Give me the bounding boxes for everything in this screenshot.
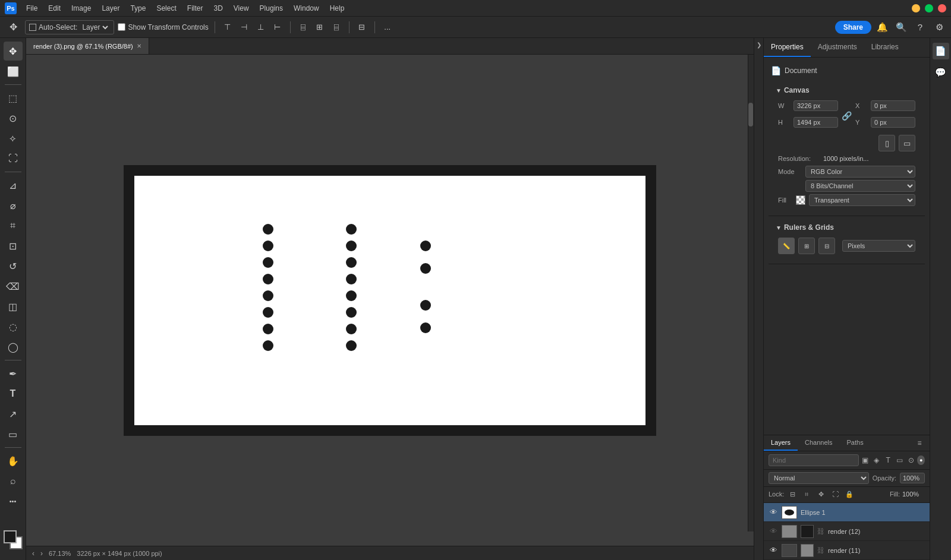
hand-tool[interactable]: ✋ [4,451,23,470]
close-tab-button[interactable]: ✕ [137,43,141,49]
ruler-button[interactable]: 📏 [778,238,795,254]
layers-search-input[interactable] [769,454,859,466]
crop-tool[interactable]: ⛶ [4,149,23,168]
filter-adjustment-button[interactable]: ◈ [871,454,881,467]
tab-channels[interactable]: Channels [798,435,839,451]
notifications-icon[interactable]: 🔔 [875,20,889,34]
canvas-scroll[interactable] [26,55,754,546]
blur-tool[interactable]: ◌ [4,317,23,336]
clone-stamp-tool[interactable]: ⊡ [4,236,23,255]
tab-properties[interactable]: Properties [764,38,811,57]
search-icon[interactable]: 🔍 [894,20,908,34]
layers-menu-button[interactable]: ≡ [913,436,926,450]
brush-tool[interactable]: ⌗ [4,216,23,235]
render12-visibility-icon[interactable]: 👁 [769,527,778,536]
fill-swatch[interactable] [796,195,805,205]
height-input[interactable] [793,117,838,128]
menu-edit[interactable]: Edit [43,3,65,14]
layer-item-render12[interactable]: 👁 ⛓ render (12) [764,522,930,541]
eraser-tool[interactable]: ⌫ [4,277,23,296]
rulers-grids-header[interactable]: ▼ Rulers & Grids [773,220,920,235]
x-input[interactable] [871,100,915,111]
menu-file[interactable]: File [21,3,42,14]
menu-view[interactable]: View [229,3,254,14]
minimize-button[interactable] [912,4,920,12]
scroll-thumb[interactable] [748,103,753,126]
quick-selection-tool[interactable]: ⟡ [4,129,23,148]
bits-select[interactable]: 8 Bits/Channel [805,180,915,192]
history-brush-tool[interactable]: ↺ [4,257,23,276]
link-wh-icon[interactable]: 🔗 [842,107,852,125]
lock-position-button[interactable]: ✥ [815,488,827,500]
move-tool[interactable]: ✥ [4,42,23,61]
menu-select[interactable]: Select [152,3,181,14]
opacity-input[interactable] [900,473,925,483]
healing-brush-tool[interactable]: ⌀ [4,196,23,215]
gradient-tool[interactable]: ◫ [4,297,23,316]
chat-icon[interactable]: 💬 [933,64,949,81]
help-icon[interactable]: ? [913,20,927,34]
filter-type-button[interactable]: T [883,454,893,467]
auto-select-checkbox[interactable] [29,24,36,31]
close-button[interactable] [938,4,946,12]
menu-image[interactable]: Image [67,3,96,14]
transform-controls-checkbox[interactable] [118,23,125,31]
nav-next[interactable]: › [40,549,43,558]
mode-select[interactable]: RGB Color [805,166,915,178]
nav-prev[interactable]: ‹ [32,549,34,558]
panel-collapse-button[interactable]: ❯ [754,38,763,560]
eyedropper-tool[interactable]: ⊿ [4,176,23,195]
zoom-tool[interactable]: ⌕ [4,472,23,491]
align-bottom-button[interactable]: ⊥ [254,21,267,34]
ellipse1-visibility-icon[interactable]: 👁 [769,508,778,517]
layer-mode-select[interactable]: Normal [769,472,869,484]
marquee-tool[interactable]: ⬚ [4,88,23,107]
filter-toggle-button[interactable]: ● [917,455,925,465]
menu-layer[interactable]: Layer [97,3,124,14]
more-options-button[interactable]: ... [381,21,394,34]
share-button[interactable]: Share [835,21,871,34]
layer-item-render11[interactable]: 👁 ⛓ render (11) [764,541,930,560]
render11-visibility-icon[interactable]: 👁 [769,546,778,555]
align-vcenter-button[interactable]: ⊣ [238,21,251,34]
menu-3d[interactable]: 3D [209,3,227,14]
dodge-tool[interactable]: ◯ [4,337,23,356]
menu-type[interactable]: Type [125,3,150,14]
fill-input[interactable] [902,491,925,498]
filter-pixel-button[interactable]: ▣ [860,454,870,467]
distribute-left-button[interactable]: ⌸ [297,21,310,34]
align-top-button[interactable]: ⊤ [221,21,234,34]
filter-smart-button[interactable]: ⊙ [906,454,916,467]
y-input[interactable] [871,117,915,128]
layer-select[interactable]: Layer [80,23,110,32]
pen-tool[interactable]: ✒ [4,364,23,383]
tab-libraries[interactable]: Libraries [864,38,906,57]
foreground-color[interactable] [4,530,17,543]
portrait-button[interactable]: ▯ [878,135,895,151]
artboard-tool[interactable]: ⬜ [4,62,23,81]
settings-icon[interactable]: ⚙ [932,20,946,34]
lock-artboard-button[interactable]: ⛶ [829,488,841,500]
more-tools[interactable]: ••• [4,492,23,511]
path-selection-tool[interactable]: ↗ [4,404,23,423]
filter-shape-button[interactable]: ▭ [895,454,905,467]
lock-pixels-button[interactable]: ⌗ [801,488,813,500]
snap-button[interactable]: ⊟ [818,238,835,254]
maximize-button[interactable] [925,4,933,12]
fill-select[interactable]: Transparent [809,194,915,206]
menu-help[interactable]: Help [325,3,349,14]
move-tool-button[interactable]: ✥ [5,19,21,36]
distribute-center-button[interactable]: ⊞ [313,21,326,34]
lasso-tool[interactable]: ⊙ [4,109,23,128]
lock-all-button[interactable]: 🔒 [843,488,855,500]
tab-layers[interactable]: Layers [764,435,798,451]
distribute-vert-button[interactable]: ⊟ [355,21,369,34]
document-tab[interactable]: render (3).png @ 67.1% (RGB/8#) ✕ [26,38,149,54]
canvas-section-header[interactable]: ▼ Canvas [773,83,920,98]
distribute-right-button[interactable]: ⌸ [330,21,343,34]
properties-panel-icon[interactable]: 📄 [933,43,949,59]
menu-plugins[interactable]: Plugins [255,3,288,14]
menu-window[interactable]: Window [289,3,324,14]
align-hcenter-button[interactable]: ⊢ [271,21,284,34]
menu-filter[interactable]: Filter [182,3,208,14]
